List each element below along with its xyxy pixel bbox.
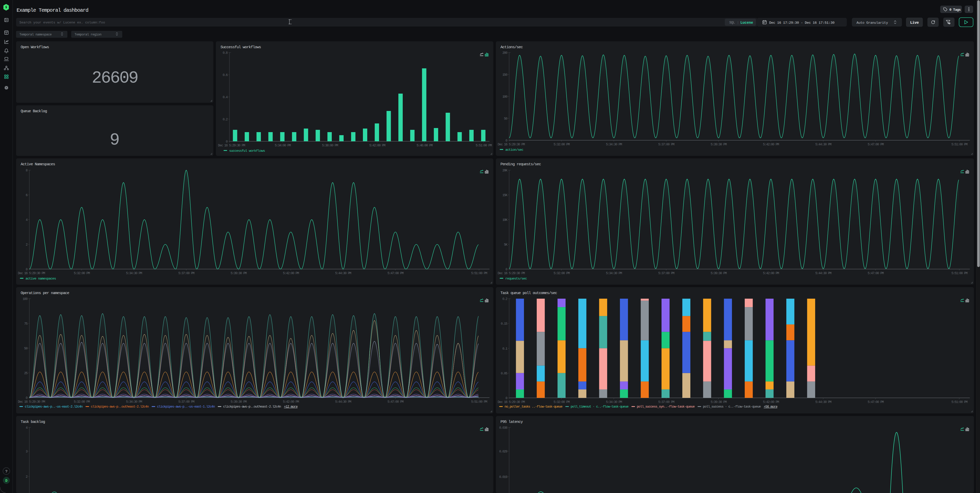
svg-text:no_poller_tasks ..-flow-task-q: no_poller_tasks ..-flow-task-queue <box>504 405 562 409</box>
svg-text:+56 more: +56 more <box>764 405 777 409</box>
svg-text:5:34:30 PM: 5:34:30 PM <box>126 271 142 275</box>
svg-text:Dec 16 5:29:30 PM: Dec 16 5:29:30 PM <box>18 271 45 275</box>
svg-text:Lucene: Lucene <box>740 21 753 25</box>
svg-text:5:51:00 PM: 5:51:00 PM <box>471 400 487 404</box>
svg-text:5:32:00 PM: 5:32:00 PM <box>74 400 90 404</box>
svg-text:Dec 16 5:29:30 PM: Dec 16 5:29:30 PM <box>218 144 245 147</box>
svg-text:5:47:00 PM: 5:47:00 PM <box>387 400 404 404</box>
svg-text:5:34:30 PM: 5:34:30 PM <box>126 400 142 404</box>
svg-text:5:47:00 PM: 5:47:00 PM <box>868 271 884 275</box>
svg-text:5:34:30 PM: 5:34:30 PM <box>606 143 622 146</box>
svg-text:0.6: 0.6 <box>223 73 228 77</box>
svg-text:5:32:00 PM: 5:32:00 PM <box>554 400 570 404</box>
svg-text:Temporal region: Temporal region <box>75 33 101 36</box>
svg-text:4: 4 <box>26 218 28 222</box>
svg-text:5:32:00 PM: 5:32:00 PM <box>554 143 570 146</box>
svg-text:Dec 16 5:29:30 PM: Dec 16 5:29:30 PM <box>498 143 525 146</box>
svg-text:5:37:00 PM: 5:37:00 PM <box>658 143 674 146</box>
svg-text:clickpipes-aws-p..-us-east-2.l: clickpipes-aws-p..-us-east-2.l2c4n <box>25 405 83 409</box>
svg-text:8: 8 <box>26 169 27 173</box>
svg-text:5:34:30 PM: 5:34:30 PM <box>606 400 622 404</box>
svg-text:Actions/sec: Actions/sec <box>501 45 523 49</box>
svg-text:Temporal namespace: Temporal namespace <box>19 33 52 36</box>
svg-text:Dec 16 5:29:30 PM: Dec 16 5:29:30 PM <box>18 400 45 404</box>
svg-text:5:34:30 PM: 5:34:30 PM <box>606 271 622 275</box>
svg-text:0.05: 0.05 <box>501 372 508 376</box>
svg-text:Auto Granularity: Auto Granularity <box>856 21 888 25</box>
svg-text:10K: 10K <box>502 218 508 222</box>
svg-text:50: 50 <box>24 347 27 350</box>
svg-text:5:42:00 PM: 5:42:00 PM <box>283 271 299 275</box>
svg-text:5:37:00 PM: 5:37:00 PM <box>658 400 674 404</box>
svg-text:Example Temporal dashboard: Example Temporal dashboard <box>17 7 88 13</box>
svg-text:+12 more: +12 more <box>284 405 298 409</box>
svg-text:5:44:30 PM: 5:44:30 PM <box>815 400 832 404</box>
svg-text:5:44:30 PM: 5:44:30 PM <box>815 271 832 275</box>
svg-text:action/sec: action/sec <box>505 148 523 152</box>
svg-text:poll_success_syn..-flow-task-q: poll_success_syn..-flow-task-queue <box>637 405 694 409</box>
svg-text:2: 2 <box>26 475 27 479</box>
svg-text:150: 150 <box>502 73 507 77</box>
svg-text:5:34:00 PM: 5:34:00 PM <box>275 144 291 147</box>
svg-text:0: 0 <box>26 396 27 400</box>
svg-text:15K: 15K <box>502 193 508 197</box>
svg-text:5:47:00 PM: 5:47:00 PM <box>868 143 884 146</box>
svg-text:Operations per namespace: Operations per namespace <box>21 291 69 295</box>
svg-text:6: 6 <box>26 193 27 197</box>
svg-text:0: 0 <box>26 268 27 271</box>
svg-text:2: 2 <box>26 243 27 247</box>
svg-text:5:32:00 PM: 5:32:00 PM <box>74 271 90 275</box>
svg-text:Search your events w/ Lucene e: Search your events w/ Lucene ex. column:… <box>19 21 105 24</box>
svg-text:0.1: 0.1 <box>502 347 508 351</box>
svg-text:100: 100 <box>502 95 507 99</box>
svg-text:5K: 5K <box>504 243 508 247</box>
svg-text:successful workflows: successful workflows <box>229 149 265 153</box>
svg-text:active namespaces: active namespaces <box>25 277 56 281</box>
svg-text:5:42:00 PM: 5:42:00 PM <box>763 143 779 146</box>
svg-text:9: 9 <box>110 131 120 150</box>
svg-text:Live: Live <box>910 21 919 25</box>
svg-text:5:47:00 PM: 5:47:00 PM <box>387 271 404 275</box>
svg-text:Successful workflows: Successful workflows <box>221 45 261 49</box>
svg-text:0: 0 <box>506 396 508 400</box>
svg-text:Open Workflows: Open Workflows <box>21 45 49 49</box>
svg-text:5:32:00 PM: 5:32:00 PM <box>554 271 570 275</box>
svg-text:0.2: 0.2 <box>502 297 507 301</box>
svg-text:5:51:00 PM: 5:51:00 PM <box>951 400 967 404</box>
svg-text:D: D <box>5 479 7 483</box>
svg-text:5:44:30 PM: 5:44:30 PM <box>335 400 351 404</box>
svg-text:requests/sec: requests/sec <box>505 277 527 281</box>
svg-text:25: 25 <box>24 371 27 375</box>
svg-text:5:37:00 PM: 5:37:00 PM <box>658 271 674 275</box>
svg-text:100: 100 <box>22 297 27 301</box>
svg-text:5:42:00 PM: 5:42:00 PM <box>369 144 385 147</box>
svg-text:P95 latency: P95 latency <box>501 420 523 424</box>
svg-text:SQL: SQL <box>729 21 735 24</box>
svg-text:0.019: 0.019 <box>499 475 508 479</box>
svg-text:5:44:30 PM: 5:44:30 PM <box>815 143 832 146</box>
svg-text:5:51:00 PM: 5:51:00 PM <box>951 271 967 275</box>
svg-text:Queue Backlog: Queue Backlog <box>21 109 47 114</box>
svg-text:5:39:30 PM: 5:39:30 PM <box>711 271 727 275</box>
svg-text:0: 0 <box>226 140 228 144</box>
svg-text:|: | <box>737 21 739 24</box>
svg-text:Task backlog: Task backlog <box>21 420 45 424</box>
svg-text:?: ? <box>5 469 7 474</box>
svg-text:0: 0 <box>506 268 508 271</box>
svg-text:5:51:00 PM: 5:51:00 PM <box>476 144 492 147</box>
svg-text:75: 75 <box>24 322 27 326</box>
svg-text:poll_success · c..-flow-task-q: poll_success · c..-flow-task-queue <box>703 405 760 409</box>
svg-text:5:47:00 PM: 5:47:00 PM <box>868 400 884 404</box>
svg-text:5:39:30 PM: 5:39:30 PM <box>231 400 247 404</box>
svg-text:0 Tags: 0 Tags <box>950 8 961 12</box>
svg-text:Active Namespaces: Active Namespaces <box>21 162 55 166</box>
svg-text:0.8: 0.8 <box>223 51 228 55</box>
svg-text:Pending requests/sec: Pending requests/sec <box>501 162 541 166</box>
svg-text:clickpipes-aws-p..-us-east-1.l: clickpipes-aws-p..-us-east-1.l2c4n <box>157 405 215 409</box>
svg-text:5:46:00 PM: 5:46:00 PM <box>417 144 433 147</box>
svg-text:Dec 16 5:29:30 PM: Dec 16 5:29:30 PM <box>498 400 525 404</box>
svg-text:0.2: 0.2 <box>223 117 228 121</box>
svg-text:5:39:30 PM: 5:39:30 PM <box>711 400 727 404</box>
svg-text:0.038: 0.038 <box>499 426 508 430</box>
svg-text:5:51:00 PM: 5:51:00 PM <box>951 143 967 146</box>
